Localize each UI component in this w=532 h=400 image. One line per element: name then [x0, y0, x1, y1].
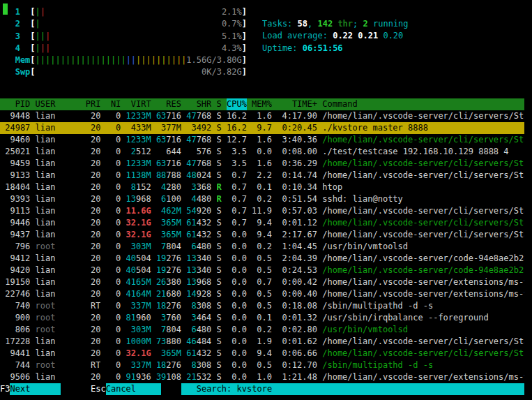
mem-cell: 2.2	[252, 170, 272, 182]
process-row[interactable]: 740rootRT0337M182768308S0.00.50:18.08/sb…	[0, 300, 524, 312]
process-row[interactable]: 9393lian2001396861004480R0.70.20:51.54ss…	[0, 193, 524, 205]
process-row[interactable]: 744rootRT0337M182768308S0.00.50:12.70/sb…	[0, 360, 524, 371]
mem-cell: 9.4	[252, 229, 272, 241]
process-row[interactable]: 9412lian200405041927613340S0.00.52:04.39…	[0, 253, 524, 265]
column-header-shr[interactable]: SHR	[186, 98, 211, 110]
ni-cell: 0	[106, 288, 121, 300]
process-row[interactable]: 9506lian200919363910821532S0.01.01:21.48…	[0, 371, 524, 383]
pri-cell: 20	[86, 122, 101, 134]
column-header-ni[interactable]: NI	[106, 98, 121, 110]
ni-cell: 0	[106, 193, 121, 205]
load-5min: 0.21	[358, 31, 378, 40]
column-header-user[interactable]: USER	[36, 98, 81, 110]
ni-cell: 0	[106, 122, 121, 134]
time-cell: 0:57.03	[277, 205, 317, 217]
cpu-cell: 0.0	[227, 324, 247, 336]
process-row[interactable]: 25021lian2002512644576S3.50.00:08.00./te…	[0, 146, 524, 158]
cpu-meter-2: 2[|0.7%]	[0, 18, 247, 30]
tasks-running: 2	[363, 19, 368, 29]
process-row[interactable]: 19150lian2004165M2638013968S0.00.70:00.4…	[0, 276, 524, 288]
column-header-virt[interactable]: VIRT	[126, 98, 151, 110]
process-row[interactable]: 806root200303M78046480S0.00.20:02.80/usr…	[0, 324, 524, 336]
load-label: Load average:	[262, 31, 333, 40]
uptime-label: Uptime:	[262, 43, 303, 53]
uptime: Uptime: 06:51:56	[262, 43, 409, 54]
process-row[interactable]: 796root200303M78046480S0.00.21:04.45/usr…	[0, 241, 524, 253]
column-header-s[interactable]: S	[217, 98, 222, 110]
cpu-cell: 0.0	[227, 229, 247, 241]
cpu-cell: 12.7	[227, 134, 247, 146]
shr-cell: 47768	[186, 134, 211, 146]
state-cell: S	[217, 229, 222, 241]
pid-cell: 24987	[5, 122, 30, 134]
fkey-f3[interactable]: F3	[0, 383, 10, 395]
process-row[interactable]: 24987lian200433M377M3492S16.29.70:20.45.…	[0, 122, 524, 134]
cpu-cell: 16.2	[227, 122, 247, 134]
res-cell: 18276	[156, 360, 181, 371]
pri-cell: RT	[86, 300, 101, 312]
column-header-pid[interactable]: PID	[5, 98, 30, 110]
user-cell: lian	[36, 110, 81, 122]
process-row[interactable]: 17228lian2001000M7388046484S0.01.90:01.6…	[0, 336, 524, 348]
process-row[interactable]: 22746lian2004164M2168014928S0.00.50:00.4…	[0, 288, 524, 300]
process-row[interactable]: 18404lian200815242803368R0.70.10:10.34ht…	[0, 182, 524, 193]
process-row[interactable]: 9459lian2001233M6371647768S3.51.60:36.29…	[0, 158, 524, 170]
pid-cell: 9460	[5, 134, 30, 146]
process-row[interactable]: 9448lian2001233M6371647768S16.21.64:17.9…	[0, 110, 524, 122]
res-cell: 19276	[156, 265, 181, 276]
load-1min: 0.22	[333, 31, 353, 40]
mem-cell: 11.9	[252, 205, 272, 217]
pri-cell: 20	[86, 110, 101, 122]
column-header-command[interactable]: Command	[322, 98, 524, 110]
time-cell: 0:01.62	[277, 336, 317, 348]
pid-cell: 9113	[5, 205, 30, 217]
process-row[interactable]: 9113lian20011.6G462M54920S0.711.90:57.03…	[0, 205, 524, 217]
ni-cell: 0	[106, 182, 121, 193]
time-cell: 0:12.70	[277, 360, 317, 371]
user-cell: lian	[36, 170, 81, 182]
user-cell: root	[36, 360, 81, 371]
pri-cell: 20	[86, 324, 101, 336]
column-header-cpu[interactable]: CPU%	[227, 98, 247, 110]
process-row[interactable]: 9441lian20032.1G365M61432S0.09.40:06.66/…	[0, 348, 524, 360]
fkey-esc-action-cancel[interactable]: Cancel	[106, 383, 161, 395]
user-cell: lian	[36, 217, 81, 229]
ni-cell: 0	[106, 324, 121, 336]
cpu-cell: 16.2	[227, 110, 247, 122]
fkey-esc[interactable]: Esc	[91, 383, 106, 395]
command-cell: /home/lian/.vscode-server/cli/servers/St…	[322, 205, 524, 217]
virt-cell: 81960	[126, 312, 151, 324]
memory-meter: Mem[||||||||||||||||||||||||||||||1.56G/…	[0, 54, 247, 66]
ni-cell: 0	[106, 170, 121, 182]
res-cell: 6100	[156, 193, 181, 205]
column-header-pri[interactable]: PRI	[86, 98, 101, 110]
tasks-threads: 142	[317, 19, 333, 29]
process-row[interactable]: 900root2008196037603464S0.00.10:01.32/us…	[0, 312, 524, 324]
user-cell: root	[36, 312, 81, 324]
column-header-res[interactable]: RES	[156, 98, 181, 110]
ni-cell: 0	[106, 336, 121, 348]
process-row[interactable]: 9420lian200405041927613340S0.00.50:24.53…	[0, 265, 524, 276]
process-row[interactable]: 9460lian2001233M6371647768S12.71.63:40.3…	[0, 134, 524, 146]
process-row[interactable]: 9133lian2001138M8878848024S0.72.20:14.74…	[0, 170, 524, 182]
state-cell: S	[217, 170, 222, 182]
column-header-mem[interactable]: MEM%	[252, 98, 272, 110]
time-cell: 0:14.74	[277, 170, 317, 182]
time-cell: 0:02.80	[277, 324, 317, 336]
user-cell: lian	[36, 371, 81, 383]
user-cell: lian	[36, 122, 81, 134]
search-input[interactable]: Search: kvstore	[181, 383, 524, 395]
command-cell: /usr/bin/vmtoolsd	[322, 241, 524, 253]
pri-cell: 20	[86, 288, 101, 300]
mem-cell: 1.6	[252, 134, 272, 146]
res-cell: 18276	[156, 300, 181, 312]
process-row[interactable]: 9446lian20032.1G365M61432S0.79.40:01.12/…	[0, 217, 524, 229]
fkey-f3-action-next[interactable]: Next	[10, 383, 60, 395]
pri-cell: 20	[86, 134, 101, 146]
process-row[interactable]: 9437lian20032.1G365M61432S0.09.42:17.67/…	[0, 229, 524, 241]
shr-cell: 54920	[186, 205, 211, 217]
res-cell: 377M	[156, 122, 181, 134]
ni-cell: 0	[106, 241, 121, 253]
user-cell: lian	[36, 276, 81, 288]
column-header-time[interactable]: TIME+	[277, 98, 317, 110]
